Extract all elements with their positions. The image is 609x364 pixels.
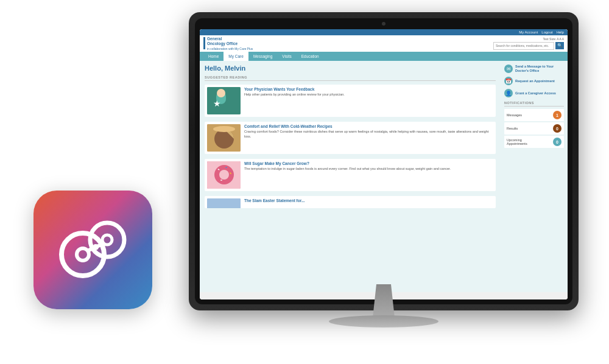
site-sidebar: ✉ Send a Message to Your Doctor's Office… [501, 61, 568, 292]
article-text-4: The Slam Easter Statement for... [244, 198, 493, 206]
monitor-screen: My Account Logout Help General Oncology … [200, 29, 568, 299]
caregiver-access-label: Grant a Caregiver Access [515, 91, 556, 96]
appointments-badge: 0 [553, 138, 561, 146]
help-link[interactable]: Help [557, 30, 564, 34]
article-title-1: Your Physician Wants Your Feedback [244, 87, 493, 91]
svg-point-5 [93, 244, 99, 250]
request-appointment-action[interactable]: 📅 Request an Appointment [504, 77, 564, 85]
caregiver-icon: 👤 [504, 89, 513, 97]
appointments-label: UpcomingAppointments [507, 138, 527, 145]
my-account-link[interactable]: My Account [519, 30, 538, 34]
message-icon: ✉ [504, 65, 513, 73]
results-label: Results [507, 127, 518, 130]
appointments-notif[interactable]: UpcomingAppointments 0 [504, 136, 564, 148]
request-appointment-label: Request an Appointment [515, 79, 555, 83]
suggested-label: SUGGESTED READING [205, 75, 496, 81]
nav-education[interactable]: Education [297, 52, 324, 61]
notifications-section: NOTIFICATIONS Messages 1 Results 0 [504, 101, 564, 148]
send-message-action[interactable]: ✉ Send a Message to Your Doctor's Office [504, 65, 564, 73]
nav-my-care[interactable]: My Care [224, 52, 248, 61]
messages-badge: 1 [553, 111, 561, 119]
article-title-3: Will Sugar Make My Cancer Grow? [244, 161, 493, 166]
text-size-control[interactable]: Text Size: A A A [543, 37, 564, 41]
article-title-2: Comfort and Relief With Cold-Weather Rec… [244, 124, 493, 128]
article-thumb-4 [207, 198, 241, 208]
svg-point-12 [213, 126, 235, 132]
article-thumb-2 [207, 124, 241, 152]
results-badge: 0 [553, 124, 561, 133]
scene: My Account Logout Help General Oncology … [0, 0, 609, 364]
article-text-1: Your Physician Wants Your Feedback Help … [244, 87, 493, 114]
logo-bar [203, 37, 205, 49]
site-logo: General Oncology Office in collaboration… [203, 37, 253, 51]
logo-name-line1: General [207, 37, 253, 41]
svg-point-8 [217, 89, 225, 97]
main-content: Hello, Melvin SUGGESTED READING [200, 61, 501, 292]
logo-name-line2: Oncology Office [207, 41, 253, 46]
site-nav: Home My Care Messaging Visits Education [200, 52, 568, 61]
site-body: Hello, Melvin SUGGESTED READING [200, 61, 568, 292]
logout-link[interactable]: Logout [541, 30, 552, 34]
appointment-icon: 📅 [504, 77, 513, 85]
nav-home[interactable]: Home [203, 52, 224, 61]
search-button[interactable]: 🔍 [555, 42, 564, 49]
website: My Account Logout Help General Oncology … [200, 29, 568, 299]
results-notif[interactable]: Results 0 [504, 122, 564, 135]
send-message-label: Send a Message to Your Doctor's Office [515, 65, 564, 73]
article-title-4: The Slam Easter Statement for... [244, 198, 493, 203]
site-search: 🔍 [493, 42, 564, 50]
article-card-2[interactable]: Comfort and Relief With Cold-Weather Rec… [205, 122, 496, 154]
header-row: General Oncology Office in collaboration… [200, 35, 568, 52]
camera-dot [382, 22, 385, 26]
messages-notif[interactable]: Messages 1 [504, 109, 564, 121]
app-icon [33, 191, 152, 309]
article-card-4[interactable]: The Slam Easter Statement for... [205, 196, 496, 208]
svg-point-15 [219, 170, 229, 180]
svg-text:★: ★ [213, 99, 221, 108]
article-text-2: Comfort and Relief With Cold-Weather Rec… [244, 124, 493, 152]
caregiver-access-action[interactable]: 👤 Grant a Caregiver Access [504, 89, 564, 97]
svg-rect-20 [207, 198, 241, 208]
logo-collab: in collaboration with My Care Plus [207, 47, 253, 51]
notifications-title: NOTIFICATIONS [504, 101, 564, 107]
article-text-3: Will Sugar Make My Cancer Grow? The temp… [244, 161, 493, 189]
monitor-bezel: My Account Logout Help General Oncology … [195, 18, 572, 304]
article-card-1[interactable]: ★ Your Physician Wants Your Feedback Hel… [205, 85, 496, 117]
article-card-3[interactable]: Will Sugar Make My Cancer Grow? The temp… [205, 159, 496, 191]
article-desc-2: Craving comfort foods? Consider these nu… [244, 130, 493, 139]
nav-messaging[interactable]: Messaging [248, 52, 277, 61]
article-desc-3: The temptation to indulge in sugar-laden… [244, 167, 493, 172]
monitor: My Account Logout Help General Oncology … [189, 12, 579, 353]
monitor-base [329, 315, 438, 327]
greeting: Hello, Melvin [205, 65, 496, 72]
article-thumb-1: ★ [207, 87, 241, 114]
search-input[interactable] [493, 42, 554, 50]
article-thumb-3 [207, 161, 241, 189]
nav-visits[interactable]: Visits [277, 52, 296, 61]
messages-label: Messages [507, 113, 522, 117]
monitor-frame: My Account Logout Help General Oncology … [189, 12, 579, 310]
article-desc-1: Help other patients by providing an onli… [244, 93, 493, 97]
app-icon-graphic [54, 211, 133, 290]
site-topbar: My Account Logout Help [200, 29, 568, 35]
